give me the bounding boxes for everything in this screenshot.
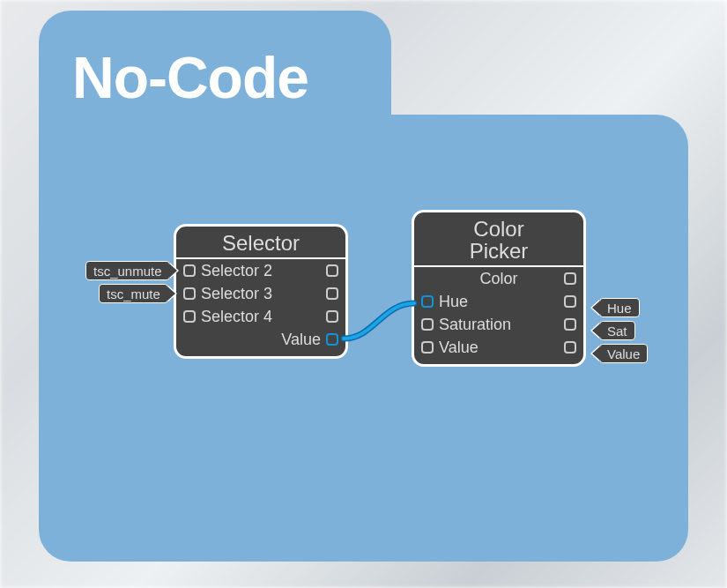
port-out-icon[interactable] — [326, 333, 338, 346]
panel-title: No-Code — [72, 44, 308, 111]
node-selector-row-2: Selector 4 — [176, 305, 345, 328]
port-out-icon[interactable] — [564, 295, 576, 308]
row-label: Saturation — [439, 316, 559, 334]
tag-sat[interactable]: Sat — [599, 321, 635, 340]
row-label: Value — [439, 339, 559, 357]
row-label: Selector 4 — [201, 308, 321, 326]
row-label: Value — [201, 331, 321, 349]
node-color-picker-row-0: Color — [414, 267, 583, 290]
row-label: Color — [439, 270, 559, 288]
port-in-icon[interactable] — [183, 287, 196, 300]
port-out-icon[interactable] — [564, 318, 576, 331]
port-out-icon[interactable] — [326, 264, 338, 277]
port-out-icon[interactable] — [564, 272, 576, 285]
port-in-icon[interactable] — [421, 341, 434, 354]
port-in-icon[interactable] — [421, 295, 434, 308]
node-selector-row-0: Selector 2 — [176, 259, 345, 282]
tag-tsc-unmute[interactable]: tsc_unmute — [85, 261, 170, 280]
tag-tsc-mute[interactable]: tsc_mute — [99, 284, 168, 303]
port-in-icon[interactable] — [183, 310, 196, 323]
port-out-icon[interactable] — [326, 287, 338, 300]
tag-value[interactable]: Value — [599, 344, 648, 363]
node-selector-title: Selector — [176, 227, 345, 259]
node-color-picker-row-3: Value — [414, 336, 583, 364]
no-code-panel: No-Code Selector Selector 2 Selector 3 S… — [39, 11, 688, 562]
node-color-picker-row-2: Saturation — [414, 313, 583, 336]
port-out-icon[interactable] — [564, 341, 576, 354]
node-color-picker-row-1: Hue — [414, 290, 583, 313]
port-out-icon[interactable] — [326, 310, 338, 323]
node-selector-row-3: Value — [176, 328, 345, 356]
tag-hue[interactable]: Hue — [599, 298, 640, 317]
row-label: Hue — [439, 293, 559, 311]
node-selector-row-1: Selector 3 — [176, 282, 345, 305]
row-label: Selector 3 — [201, 285, 321, 303]
port-in-icon[interactable] — [183, 264, 196, 277]
node-color-picker-title: Color Picker — [414, 212, 583, 267]
row-label: Selector 2 — [201, 262, 321, 280]
node-color-picker[interactable]: Color Picker Color Hue Saturation Value — [412, 210, 586, 367]
port-in-icon[interactable] — [421, 318, 434, 331]
node-selector[interactable]: Selector Selector 2 Selector 3 Selector … — [174, 224, 348, 359]
